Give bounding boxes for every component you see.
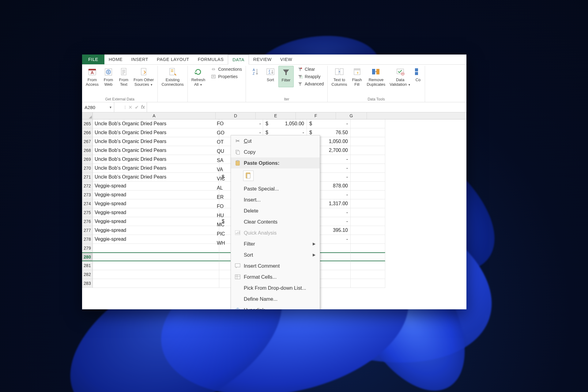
name-box[interactable]: A280 ▼ bbox=[82, 102, 114, 112]
cell-g[interactable] bbox=[351, 235, 385, 244]
cell-a[interactable]: Uncle Bob's Organic Dried Pears bbox=[93, 119, 219, 128]
row-header[interactable]: 271 bbox=[82, 173, 93, 182]
existing-connections-button[interactable]: Existing Connections bbox=[160, 66, 185, 87]
column-header-d[interactable]: D bbox=[216, 112, 256, 119]
ctx-copy[interactable]: Copy bbox=[231, 146, 320, 157]
refresh-all-button[interactable]: Refresh All ▼ bbox=[190, 66, 207, 87]
clear-filter-button[interactable]: Clear bbox=[296, 66, 326, 73]
cell-a[interactable]: Veggie-spread bbox=[93, 182, 219, 190]
cell-g[interactable] bbox=[351, 270, 385, 279]
cell-g[interactable] bbox=[351, 226, 385, 235]
cell-g[interactable] bbox=[351, 146, 385, 155]
row-header[interactable]: 281 bbox=[82, 261, 93, 270]
ctx-sort[interactable]: Sort▶ bbox=[231, 249, 320, 260]
worksheet-area[interactable]: A D E F G 265Uncle Bob's Organic Dried P… bbox=[82, 112, 466, 309]
formula-bar[interactable] bbox=[147, 102, 466, 112]
ctx-insert-comment[interactable]: Insert Comment bbox=[231, 260, 320, 271]
column-header-a[interactable]: A bbox=[93, 112, 216, 119]
cell-g[interactable] bbox=[351, 208, 385, 217]
cell-a[interactable] bbox=[93, 252, 219, 261]
cell-a[interactable]: Uncle Bob's Organic Dried Pears bbox=[93, 173, 219, 182]
cell-a[interactable] bbox=[93, 261, 219, 270]
cell-a[interactable]: Veggie-spread bbox=[93, 217, 219, 226]
select-all-cell[interactable] bbox=[82, 112, 93, 119]
column-header-g[interactable]: G bbox=[336, 112, 367, 119]
flash-fill-button[interactable]: Flash Fill bbox=[350, 66, 364, 87]
connections-button[interactable]: Connections bbox=[209, 66, 244, 73]
cell-g[interactable] bbox=[351, 199, 385, 208]
consolidate-button[interactable]: Co bbox=[413, 66, 423, 87]
insert-function-colon-icon[interactable]: ⁝ bbox=[124, 104, 126, 110]
filter-button[interactable]: Filter bbox=[278, 66, 294, 87]
row-header[interactable]: 268 bbox=[82, 146, 93, 155]
sort-az-button[interactable]: AZ bbox=[248, 66, 262, 87]
cell-a[interactable]: Veggie-spread bbox=[93, 190, 219, 199]
tab-file[interactable]: FILE bbox=[82, 55, 104, 64]
cell-a[interactable]: Uncle Bob's Organic Dried Pears bbox=[93, 146, 219, 155]
tab-view[interactable]: VIEW bbox=[276, 55, 296, 64]
cell-a[interactable] bbox=[93, 270, 219, 279]
cell-b[interactable]: FO bbox=[215, 119, 233, 128]
row-header[interactable]: 279 bbox=[82, 244, 93, 253]
paste-default-button[interactable] bbox=[243, 171, 254, 181]
row-header[interactable]: 270 bbox=[82, 164, 93, 173]
ctx-delete[interactable]: Delete bbox=[231, 205, 320, 216]
tab-review[interactable]: REVIEW bbox=[249, 55, 276, 64]
cell-g[interactable] bbox=[351, 155, 385, 164]
cell-e[interactable]: $1,050.00 bbox=[263, 119, 307, 128]
cell-a[interactable]: Veggie-spread bbox=[93, 208, 219, 217]
tab-insert[interactable]: INSERT bbox=[127, 55, 153, 64]
ctx-define-name[interactable]: Define Name... bbox=[231, 293, 320, 304]
reapply-filter-button[interactable]: Reapply bbox=[296, 73, 326, 80]
cell-g[interactable] bbox=[351, 279, 385, 288]
from-web-button[interactable]: From Web bbox=[101, 66, 116, 87]
cell-a[interactable]: Uncle Bob's Organic Dried Pears bbox=[93, 137, 219, 146]
row-header[interactable]: 276 bbox=[82, 217, 93, 226]
tab-data[interactable]: DATA bbox=[228, 55, 249, 65]
row-header[interactable]: 283 bbox=[82, 279, 93, 288]
cell-a[interactable]: Veggie-spread bbox=[93, 235, 219, 244]
cell-a[interactable]: Uncle Bob's Organic Dried Pears bbox=[93, 128, 219, 137]
ctx-paste-special[interactable]: Paste Special... bbox=[231, 183, 320, 194]
cell-g[interactable] bbox=[351, 164, 385, 173]
properties-button[interactable]: Properties bbox=[209, 73, 244, 80]
cell-g[interactable] bbox=[351, 244, 385, 253]
from-other-sources-button[interactable]: From Other Sources ▼ bbox=[132, 66, 156, 87]
ctx-clear-contents[interactable]: Clear Contents bbox=[231, 216, 320, 227]
cell-g[interactable] bbox=[351, 119, 385, 128]
from-text-button[interactable]: From Text bbox=[116, 66, 131, 87]
cell-g[interactable] bbox=[351, 190, 385, 199]
cell-g[interactable] bbox=[351, 217, 385, 226]
row-header[interactable]: 282 bbox=[82, 270, 93, 279]
column-header-f[interactable]: F bbox=[296, 112, 336, 119]
text-to-columns-button[interactable]: Text to Columns bbox=[330, 66, 349, 87]
cell-g[interactable] bbox=[351, 182, 385, 190]
tab-page-layout[interactable]: PAGE LAYOUT bbox=[153, 55, 194, 64]
row-header[interactable]: 273 bbox=[82, 190, 93, 199]
data-validation-button[interactable]: Data Validation ▼ bbox=[388, 66, 413, 87]
ctx-hyperlink[interactable]: Hyperlink... bbox=[231, 304, 320, 309]
row-header[interactable]: 267 bbox=[82, 137, 93, 146]
ctx-format-cells[interactable]: Format Cells... bbox=[231, 271, 320, 282]
row-header[interactable]: 269 bbox=[82, 155, 93, 164]
row-header[interactable]: 265 bbox=[82, 119, 93, 128]
fx-icon[interactable]: fx bbox=[141, 104, 145, 110]
cell-g[interactable] bbox=[351, 252, 385, 261]
ctx-cut[interactable]: ✂CCutut bbox=[231, 135, 320, 146]
row-header[interactable]: 274 bbox=[82, 199, 93, 208]
column-header-e[interactable]: E bbox=[256, 112, 296, 119]
enter-formula-icon[interactable]: ✔ bbox=[135, 104, 139, 110]
cell-g[interactable] bbox=[351, 261, 385, 270]
cancel-formula-icon[interactable]: ✕ bbox=[128, 104, 132, 110]
tab-formulas[interactable]: FORMULAS bbox=[194, 55, 228, 64]
cell-g[interactable] bbox=[351, 173, 385, 182]
row-header[interactable]: 278 bbox=[82, 235, 93, 244]
cell-g[interactable] bbox=[351, 137, 385, 146]
row-header[interactable]: 275 bbox=[82, 208, 93, 217]
remove-duplicates-button[interactable]: Remove Duplicates bbox=[365, 66, 387, 87]
row-header[interactable]: 272 bbox=[82, 182, 93, 190]
cell-g[interactable] bbox=[351, 128, 385, 137]
cell-f[interactable]: $- bbox=[307, 119, 351, 128]
cell-a[interactable]: Uncle Bob's Organic Dried Pears bbox=[93, 164, 219, 173]
cell-a[interactable] bbox=[93, 244, 219, 253]
